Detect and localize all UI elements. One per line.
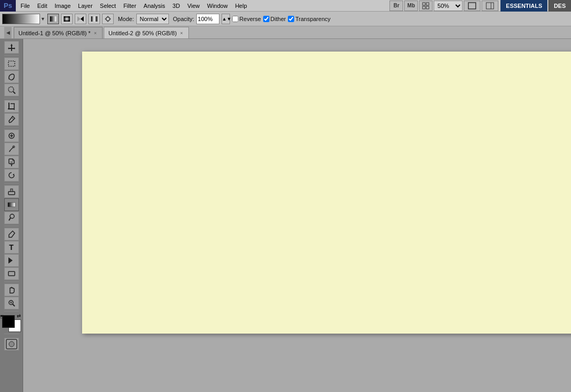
zoom-tool[interactable] bbox=[4, 297, 19, 309]
crop-tool[interactable] bbox=[4, 100, 19, 113]
svg-marker-10 bbox=[77, 16, 81, 22]
history-brush-tool[interactable] bbox=[4, 169, 19, 182]
shape-tool[interactable] bbox=[4, 267, 19, 280]
brush-tool[interactable] bbox=[4, 143, 19, 155]
transparency-label[interactable]: Transparency bbox=[288, 16, 330, 22]
opacity-input[interactable] bbox=[196, 14, 219, 24]
toolbar: T bbox=[0, 39, 23, 392]
menu-view[interactable]: View bbox=[184, 2, 204, 10]
svg-rect-2 bbox=[423, 6, 425, 9]
svg-point-48 bbox=[9, 341, 14, 347]
gradient-dropdown-arrow[interactable]: ▼ bbox=[41, 16, 45, 22]
menu-3d[interactable]: 3D bbox=[169, 2, 184, 10]
spot-healing-tool[interactable] bbox=[4, 129, 19, 142]
bridge-button[interactable]: Br bbox=[389, 1, 403, 11]
essentials-button[interactable]: ESSENTIALS bbox=[500, 0, 547, 12]
linear-gradient-button[interactable] bbox=[47, 14, 59, 24]
brush-icon bbox=[7, 145, 16, 153]
linear-gradient-icon bbox=[49, 15, 57, 23]
switch-colors-button[interactable]: ⇄ bbox=[17, 313, 21, 318]
pen-icon bbox=[7, 230, 16, 238]
menu-window[interactable]: Window bbox=[204, 2, 232, 10]
gradient-preview[interactable] bbox=[2, 14, 40, 24]
tab-untitled1[interactable]: Untitled-1 @ 50% (RGB/8) * × bbox=[14, 27, 103, 38]
type-tool[interactable]: T bbox=[4, 241, 19, 254]
lasso-tool[interactable] bbox=[4, 71, 19, 83]
reflected-gradient-button[interactable] bbox=[88, 14, 100, 24]
svg-marker-41 bbox=[8, 257, 13, 264]
pen-tool[interactable] bbox=[4, 228, 19, 240]
gradient-tool-icon bbox=[7, 200, 16, 209]
panel-view-button[interactable] bbox=[482, 1, 498, 11]
svg-rect-5 bbox=[486, 3, 494, 9]
zoom-select[interactable]: 50% 25% 75% 100% bbox=[434, 1, 463, 11]
clone-stamp-tool[interactable] bbox=[4, 156, 19, 168]
tab-close-untitled2[interactable]: × bbox=[179, 31, 184, 36]
quick-selection-tool[interactable] bbox=[4, 84, 19, 96]
path-selection-tool[interactable] bbox=[4, 254, 19, 267]
mode-select[interactable]: Normal bbox=[136, 14, 169, 24]
svg-line-39 bbox=[9, 218, 11, 220]
canvas-area[interactable] bbox=[23, 39, 571, 392]
history-brush-icon bbox=[7, 171, 16, 179]
menu-select[interactable]: Select bbox=[96, 2, 120, 10]
menu-image[interactable]: Image bbox=[51, 2, 75, 10]
marquee-rect-icon bbox=[7, 59, 16, 68]
menu-layer[interactable]: Layer bbox=[74, 2, 96, 10]
svg-marker-9 bbox=[81, 16, 84, 22]
tab-untitled2[interactable]: Untitled-2 @ 50% (RGB/8) × bbox=[104, 27, 189, 38]
svg-marker-34 bbox=[13, 174, 14, 176]
svg-rect-11 bbox=[91, 16, 97, 22]
quick-mask-button[interactable] bbox=[4, 338, 19, 350]
menu-file[interactable]: File bbox=[17, 2, 34, 10]
svg-rect-7 bbox=[50, 16, 56, 22]
shape-icon bbox=[7, 269, 16, 278]
opacity-stepper[interactable]: ▲▼ bbox=[222, 14, 230, 24]
svg-point-16 bbox=[8, 87, 14, 92]
eraser-tool[interactable] bbox=[4, 185, 19, 198]
gradient-tool[interactable] bbox=[4, 198, 19, 211]
diamond-gradient-icon bbox=[104, 15, 112, 23]
reset-colors-button[interactable]: ⬒ bbox=[0, 314, 4, 319]
svg-rect-3 bbox=[426, 6, 429, 9]
des-button[interactable]: DES bbox=[548, 0, 571, 12]
marquee-tool[interactable] bbox=[4, 57, 19, 70]
lasso-icon bbox=[7, 73, 16, 81]
crop-icon bbox=[7, 102, 16, 110]
mini-bridge-button[interactable]: Mb bbox=[404, 1, 418, 11]
radial-gradient-button[interactable] bbox=[61, 14, 73, 24]
svg-rect-37 bbox=[8, 203, 15, 207]
svg-rect-42 bbox=[8, 272, 15, 276]
reverse-checkbox[interactable] bbox=[232, 16, 238, 22]
main-area: T bbox=[0, 39, 571, 392]
svg-rect-8 bbox=[64, 16, 70, 22]
screen-mode-button[interactable] bbox=[464, 1, 480, 11]
svg-line-17 bbox=[13, 92, 15, 94]
move-tool[interactable] bbox=[4, 41, 19, 54]
menu-filter[interactable]: Filter bbox=[119, 2, 139, 10]
svg-rect-0 bbox=[423, 3, 425, 5]
reverse-label[interactable]: Reverse bbox=[232, 16, 261, 22]
dodge-icon bbox=[7, 214, 16, 222]
tab-collapse-button[interactable]: ◀ bbox=[4, 27, 12, 38]
dodge-tool[interactable] bbox=[4, 212, 19, 224]
menu-analysis[interactable]: Analysis bbox=[140, 2, 169, 10]
angle-gradient-icon bbox=[77, 15, 84, 23]
svg-rect-36 bbox=[11, 189, 13, 192]
svg-line-22 bbox=[12, 117, 14, 119]
tab-close-untitled1[interactable]: × bbox=[93, 31, 98, 36]
hand-tool[interactable] bbox=[4, 284, 19, 296]
transparency-checkbox[interactable] bbox=[288, 16, 294, 22]
menu-help[interactable]: Help bbox=[232, 2, 251, 10]
eyedropper-tool[interactable] bbox=[4, 113, 19, 126]
menu-bar: Ps File Edit Image Layer Select Filter A… bbox=[0, 0, 571, 12]
angle-gradient-button[interactable] bbox=[75, 14, 86, 24]
diamond-gradient-button[interactable] bbox=[102, 14, 114, 24]
color-area: ⬒ ⇄ bbox=[2, 315, 21, 332]
svg-rect-35 bbox=[8, 192, 15, 195]
mode-label: Mode: bbox=[118, 16, 134, 22]
dither-checkbox[interactable] bbox=[263, 16, 269, 22]
arrange-documents-button[interactable] bbox=[419, 1, 433, 11]
menu-edit[interactable]: Edit bbox=[34, 2, 51, 10]
dither-label[interactable]: Dither bbox=[263, 16, 286, 22]
